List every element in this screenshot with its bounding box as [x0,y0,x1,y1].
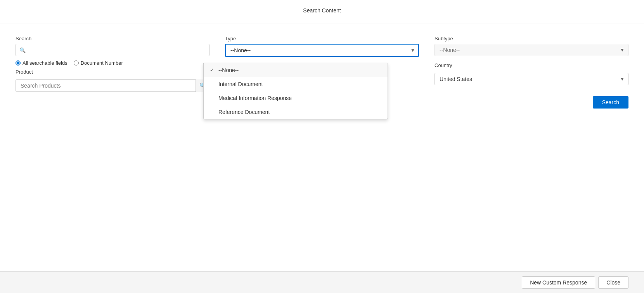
radio-group: All searchable fields Document Number [16,60,209,66]
product-search-input[interactable] [16,79,209,92]
country-select[interactable]: United States [435,73,628,85]
radio-all-fields-input[interactable] [16,60,21,65]
header-title: Search Content [303,7,341,14]
type-select-wrapper: --None-- Internal Document Medical Infor… [225,44,419,57]
subtype-select[interactable]: --None-- [435,44,628,56]
search-input[interactable] [16,44,209,56]
dropdown-item-medical[interactable]: Medical Information Response [204,91,388,105]
radio-doc-number[interactable]: Document Number [74,60,123,66]
dropdown-item-internal-label: Internal Document [218,81,263,87]
radio-doc-number-input[interactable] [74,60,79,65]
dropdown-item-none-label: --None-- [218,67,239,73]
page-title: Search Content [0,0,644,24]
dropdown-item-reference[interactable]: Reference Document [204,105,388,119]
dropdown-item-reference-label: Reference Document [218,109,270,115]
new-custom-response-button[interactable]: New Custom Response [522,276,595,289]
subtype-label: Subtype [435,36,628,41]
type-select[interactable]: --None-- Internal Document Medical Infor… [225,44,419,57]
country-select-wrapper: United States ▼ [435,73,628,85]
close-button[interactable]: Close [598,276,628,289]
country-label: Country [435,62,628,68]
search-button[interactable]: Search [593,96,628,109]
radio-all-fields[interactable]: All searchable fields [16,60,68,66]
type-label: Type [225,36,419,41]
radio-doc-number-label: Document Number [81,60,123,66]
dropdown-item-medical-label: Medical Information Response [218,95,292,101]
product-search-wrapper: 🔍 [16,79,209,92]
search-input-wrapper: 🔍 [16,44,209,56]
search-icon: 🔍 [19,47,26,53]
search-label: Search [16,36,209,41]
footer: New Custom Response Close [0,271,644,293]
checkmark-icon: ✓ [210,67,215,73]
subtype-select-wrapper: --None-- ▼ [435,44,628,56]
dropdown-item-internal[interactable]: Internal Document [204,77,388,91]
dropdown-item-none[interactable]: ✓ --None-- [204,63,388,77]
type-dropdown: ✓ --None-- Internal Document Medical Inf… [203,63,388,119]
radio-all-fields-label: All searchable fields [23,60,68,66]
product-label: Product [16,69,209,75]
